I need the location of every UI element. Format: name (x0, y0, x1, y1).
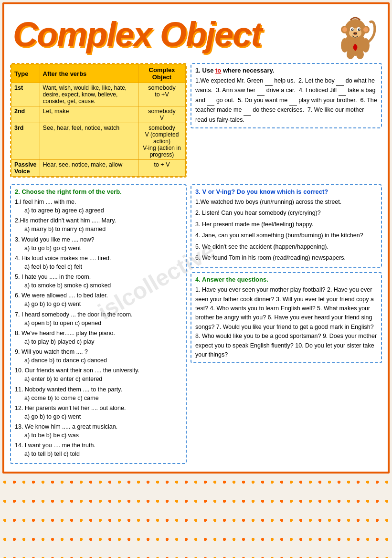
blank-1 (265, 76, 273, 86)
col-object: Complex Object (138, 64, 185, 83)
top-section: Type After the verbs Complex Object 1st … (8, 63, 384, 184)
exercise4-title: 4. Answer the questions. (195, 276, 377, 283)
svg-point-19 (356, 50, 364, 59)
table-row: 3rd See, hear, feel, notice, watch someb… (11, 123, 186, 160)
exercise3-item: 2. Listen! Can you hear somebody (cry/cr… (195, 209, 377, 218)
type-passive: Passive Voice (11, 160, 40, 177)
obj-1st: somebody to +V (138, 83, 185, 106)
ex2-options: a) to play b) played c) play (15, 337, 182, 346)
exercise4-box: 4. Answer the questions. 1. Have you eve… (191, 272, 382, 363)
table-row: Passive Voice Hear, see, notice, make, a… (11, 160, 186, 177)
blank-4 (339, 86, 346, 95)
exercise2-item: 11. Nobody wanted them .... to the party… (15, 385, 182, 402)
exercise4-text: 1. Have you ever seen your mother play f… (195, 285, 377, 359)
ex2-question: 5. I hate you ..... in the room. (15, 273, 182, 281)
ex2-question: 11. Nobody wanted them .... to the party… (15, 385, 182, 394)
ex2-question: 10. Our friends want their son .... the … (15, 366, 182, 375)
exercise1-text: 1.We expected Mr. Green help us. 2. Let … (195, 76, 377, 125)
ex2-question: 6. We were allowed .... to bed later. (15, 291, 182, 300)
table: Type After the verbs Complex Object 1st … (11, 64, 186, 177)
svg-point-18 (347, 50, 354, 59)
exercise3-item: 6. We found Tom in his room (read/readin… (195, 253, 377, 263)
ex2-question: 4. His loud voice makes me .... tired. (15, 254, 182, 263)
ex1-to-highlight: to (215, 67, 221, 74)
monkey-illustration (331, 8, 379, 61)
exercise1-box: 1. Use to where necessary. 1.We expected… (191, 63, 382, 128)
exercise2-item: 12. Her parents won't let her .... out a… (15, 404, 182, 421)
ex2-options: a) marry b) to marry c) married (15, 225, 182, 233)
type-3rd: 3rd (11, 123, 40, 160)
verbs-1st: Want, wish, would like, like, hate, desi… (40, 83, 138, 106)
ex2-options: a) to tell b) tell c) told (15, 450, 182, 458)
verbs-2nd: Let, make (40, 106, 138, 123)
exercise2-item: 6. We were allowed .... to bed later.a) … (15, 291, 182, 308)
exercise2-item: 3. Would you like me .... now?a) to go b… (15, 235, 182, 253)
obj-2nd: somebody V (138, 106, 185, 123)
right-exercises-container: 3. V or V-ing? Do you know which is corr… (191, 184, 382, 468)
exercise2-item: 14. I want you .... me the truth.a) to t… (15, 441, 182, 458)
exercise2-item: 4. His loud voice makes me .... tired.a)… (15, 254, 182, 271)
table-row: 1st Want, wish, would like, like, hate, … (11, 83, 186, 106)
ex2-question: 12. Her parents won't let her .... out a… (15, 404, 182, 412)
blank-2 (336, 76, 344, 86)
verbs-passive: Hear, see, notice, make, allow (40, 160, 138, 177)
svg-point-13 (342, 27, 347, 32)
ex2-options: a) feel b) to feel c) felt (15, 263, 182, 271)
exercise3-item: 4. Jane, can you smell something (burn/b… (195, 231, 377, 240)
type-2nd: 2nd (11, 106, 40, 123)
exercise3-item: 3. Her present made me (feel/feeling) ha… (195, 220, 377, 229)
exercise2-item: 10. Our friends want their son .... the … (15, 366, 182, 383)
exercise1-title: 1. Use to where necessary. (195, 67, 377, 74)
grammar-table-container: Type After the verbs Complex Object 1st … (10, 63, 187, 181)
ex1-rest-title: where necessary. (221, 67, 274, 74)
exercise3-item: 5. We didn't see the accident (happen/ha… (195, 242, 377, 252)
exercise3-title: 3. V or V-ing? Do you know which is corr… (195, 188, 377, 195)
exercise2-item: 8. We've heard her...... play the piano.… (15, 329, 182, 346)
ex2-question: 3. Would you like me .... now? (15, 235, 182, 244)
ex2-options: a) to agree b) agree c) agreed (15, 206, 182, 215)
exercise2-item: 1.I feel him .... with me.a) to agree b)… (15, 198, 182, 215)
ex2-options: a) to be b) be c) was (15, 431, 182, 440)
exercise2-title: 2. Choose the right form of the verb. (15, 188, 182, 195)
page-container: Complex Object (2, 2, 390, 474)
exercise3-items: 1.We watched two boys (run/running) acro… (195, 198, 377, 263)
grammar-table: Type After the verbs Complex Object 1st … (10, 63, 187, 178)
page-title: Complex Object (13, 17, 261, 52)
ex2-options: a) go b) to go c) went (15, 300, 182, 308)
ex2-question: 14. I want you .... me the truth. (15, 441, 182, 450)
svg-point-7 (352, 29, 353, 30)
exercise3-item: 1.We watched two boys (run/running) acro… (195, 198, 377, 207)
col-type: Type (11, 64, 40, 83)
blank-7 (244, 105, 251, 115)
ex2-question: 9. Will you watch them .... ? (15, 347, 182, 356)
ex2-question: 8. We've heard her...... play the piano. (15, 329, 182, 337)
exercise2-item: 9. Will you watch them .... ?a) dance b)… (15, 347, 182, 365)
verbs-3rd: See, hear, feel, notice, watch (40, 123, 138, 160)
svg-point-11 (356, 33, 357, 34)
ex2-options: a) go b) to go c) went (15, 412, 182, 421)
svg-point-15 (363, 27, 368, 32)
type-1st: 1st (11, 83, 40, 106)
blank-6 (289, 96, 297, 105)
blank-5 (207, 96, 214, 105)
exercise2-item: 5. I hate you ..... in the room.a) to sm… (15, 273, 182, 290)
ex2-question: 1.I feel him .... with me. (15, 198, 182, 206)
exercise2-item: 13. We know him ..... a great musician.a… (15, 422, 182, 440)
obj-passive: to + V (138, 160, 185, 177)
ex2-question: 7. I heard somebody ... the door in the … (15, 310, 182, 319)
exercise3-box: 3. V or V-ing? Do you know which is corr… (191, 184, 382, 268)
obj-3rd: somebody V (completed action) V-ing (act… (138, 123, 185, 160)
col-verbs: After the verbs (40, 64, 138, 83)
ex2-options: a) enter b) to enter c) entered (15, 375, 182, 383)
ex2-options: a) dance b) to dance c) danced (15, 356, 182, 365)
ex2-options: a) to go b) go c) went (15, 244, 182, 253)
exercise2-container: 2. Choose the right form of the verb. 1.… (10, 184, 187, 468)
title-area: Complex Object (8, 8, 384, 63)
ex2-question: 2.His mother didn't want him ..... Mary. (15, 216, 182, 225)
bottom-section: 2. Choose the right form of the verb. 1.… (8, 184, 384, 468)
ex2-options: a) come b) to come c) came (15, 394, 182, 402)
svg-point-16 (341, 38, 349, 53)
exercise1-container: 1. Use to where necessary. 1.We expected… (191, 63, 382, 181)
exercise2-item: 7. I heard somebody ... the door in the … (15, 310, 182, 327)
exercise2-items: 1.I feel him .... with me.a) to agree b)… (15, 198, 182, 459)
